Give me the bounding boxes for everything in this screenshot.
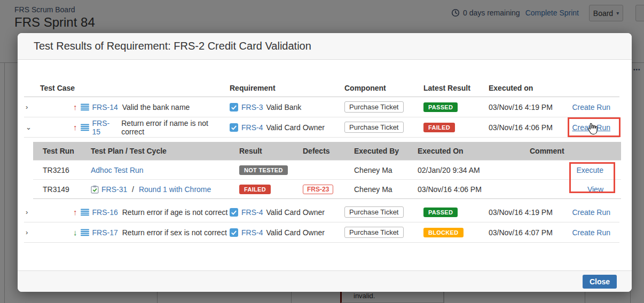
priority-up-icon: ↑ (73, 102, 77, 111)
executed-on-value: 03/Nov/16 4:07 PM (489, 228, 566, 237)
requirement-check-icon (230, 123, 238, 132)
status-badge: FAILED (423, 123, 455, 132)
executed-on-value: 03/Nov/16 4:06 PM (489, 123, 566, 132)
modal-footer: Close (18, 270, 632, 292)
header-executed-on: Executed on (489, 84, 566, 92)
executed-on-value: 03/Nov/16 4:19 PM (489, 103, 566, 111)
test-run-row: TR3216 Adhoc Test Run NOT TESTED Cheney … (33, 160, 621, 179)
table-header-row: Test Case Requirement Component Latest R… (24, 79, 619, 97)
requirement-key-link[interactable]: FRS-4 (241, 208, 263, 217)
executed-by-value: Cheney Ma (354, 166, 418, 174)
header-test-case: Test Case (40, 84, 230, 92)
table-row: › ↑ FRS-16 Return error if age is not co… (24, 202, 619, 222)
modal-header: Test Results of Requirement: FRS-2 Credi… (18, 33, 632, 60)
test-case-summary: Return error if age is not correct (122, 208, 228, 217)
expand-chevron-icon[interactable]: › (24, 228, 40, 236)
subtable-header-row: Test Run Test Plan / Test Cycle Result D… (33, 142, 621, 160)
test-cycle-link[interactable]: Round 1 with Chrome (139, 185, 211, 194)
table-row: › ↓ FRS-17 Return error if sex is not co… (24, 222, 619, 243)
subheader-test-plan: Test Plan / Test Cycle (91, 147, 231, 155)
requirement-check-icon (230, 228, 238, 237)
test-case-icon (81, 103, 89, 111)
test-cycle-clipboard-icon (91, 185, 99, 194)
subheader-test-run: Test Run (33, 147, 91, 155)
modal-title: Test Results of Requirement: FRS-2 Credi… (34, 40, 311, 52)
expand-chevron-icon[interactable]: › (24, 103, 40, 111)
test-plan-key-link[interactable]: FRS-31 (101, 185, 127, 194)
header-component: Component (344, 84, 423, 92)
execute-link[interactable]: Execute (576, 166, 603, 174)
expand-chevron-icon[interactable]: › (24, 208, 40, 216)
requirement-key-link[interactable]: FRS-4 (241, 228, 263, 237)
plan-separator: / (130, 185, 136, 194)
requirement-name: Valid Card Owner (266, 228, 324, 237)
header-requirement: Requirement (230, 84, 344, 92)
priority-up-icon: ↑ (73, 208, 77, 217)
defect-tag[interactable]: FRS-23 (303, 185, 333, 194)
subheader-comment: Comment (497, 147, 566, 155)
test-case-summary: Return error if name is not correct (121, 119, 230, 136)
test-run-id: TR3149 (33, 185, 91, 194)
subheader-executed-by: Executed By (354, 147, 418, 155)
create-run-link[interactable]: Create Run (572, 123, 610, 132)
component-tag: Purchase Ticket (344, 101, 404, 113)
test-run-row: TR3149 FRS-31 / Round 1 with Chrome FAIL… (33, 179, 621, 198)
test-plan-link[interactable]: Adhoc Test Run (91, 166, 144, 174)
status-badge: PASSED (423, 102, 458, 112)
requirement-name: Valid Bank (266, 103, 301, 111)
executed-by-value: Cheney Ma (354, 185, 418, 194)
priority-down-icon: ↓ (73, 228, 77, 237)
table-row: ⌄ ↑ FRS-15 Return error if name is not c… (24, 117, 619, 138)
executed-on-value: 03/Nov/16 4:06 PM (418, 185, 497, 194)
test-case-key-link[interactable]: FRS-16 (92, 208, 118, 217)
modal-body: Test Case Requirement Component Latest R… (18, 60, 632, 243)
executed-on-value: 03/Nov/16 4:19 PM (489, 208, 566, 217)
test-case-summary: Valid the bank name (122, 103, 190, 111)
test-case-icon (81, 123, 89, 132)
test-case-key-link[interactable]: FRS-17 (92, 228, 118, 237)
create-run-link[interactable]: Create Run (572, 228, 610, 237)
subheader-defects: Defects (303, 147, 354, 155)
test-results-modal: Test Results of Requirement: FRS-2 Credi… (18, 33, 632, 292)
header-latest-result: Latest Result (423, 84, 489, 92)
close-button[interactable]: Close (583, 275, 617, 289)
subheader-executed-on: Executed On (418, 147, 497, 155)
component-tag: Purchase Ticket (344, 122, 404, 133)
status-badge: PASSED (423, 208, 458, 217)
create-run-link[interactable]: Create Run (572, 208, 610, 217)
requirement-name: Valid Card Owner (266, 123, 324, 132)
requirement-name: Valid Card Owner (266, 208, 324, 217)
executed-on-value: 02/Jan/20 9:34 AM (418, 166, 497, 174)
requirement-check-icon (230, 208, 238, 217)
requirement-key-link[interactable]: FRS-3 (241, 103, 263, 111)
test-case-icon (81, 228, 89, 237)
table-row: › ↑ FRS-14 Valid the bank name FRS-3 Val… (24, 97, 619, 117)
test-case-icon (81, 208, 89, 217)
create-run-link[interactable]: Create Run (572, 103, 610, 111)
subheader-result: Result (231, 147, 303, 155)
test-run-id: TR3216 (33, 166, 91, 174)
view-link[interactable]: View (587, 185, 603, 194)
test-case-summary: Return error if sex is not correct (122, 228, 227, 237)
status-badge: BLOCKED (423, 228, 464, 237)
test-results-table: Test Case Requirement Component Latest R… (24, 79, 619, 243)
component-tag: Purchase Ticket (344, 227, 404, 238)
test-runs-subtable: Test Run Test Plan / Test Cycle Result D… (33, 142, 621, 199)
test-case-key-link[interactable]: FRS-14 (92, 103, 118, 111)
status-badge: NOT TESTED (239, 165, 288, 175)
status-badge: FAILED (239, 185, 271, 194)
component-tag: Purchase Ticket (344, 206, 404, 218)
priority-up-icon: ↑ (73, 123, 77, 132)
collapse-chevron-icon[interactable]: ⌄ (24, 123, 40, 131)
requirement-key-link[interactable]: FRS-4 (241, 123, 263, 132)
requirement-check-icon (230, 103, 238, 111)
test-case-key-link[interactable]: FRS-15 (92, 119, 117, 136)
